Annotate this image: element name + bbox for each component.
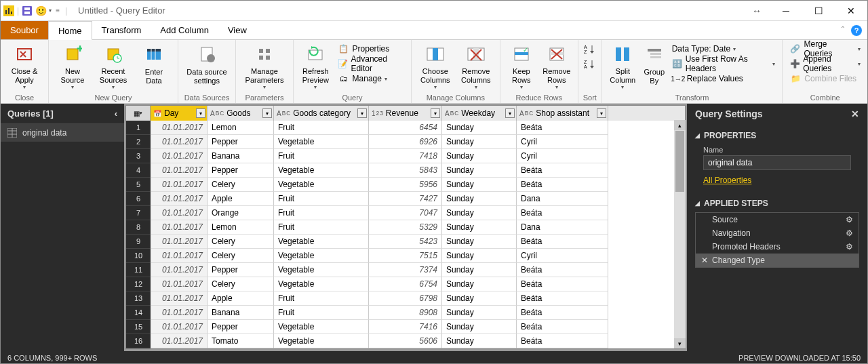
cell-category[interactable]: Fruit xyxy=(274,149,369,163)
minimize-button[interactable]: ─ xyxy=(772,1,800,20)
refresh-preview-button[interactable]: Refresh Preview▾ xyxy=(298,41,334,92)
cell-weekday[interactable]: Sunday xyxy=(442,263,517,277)
cell-day[interactable]: 01.01.2017 xyxy=(151,291,208,306)
qat-customize-icon[interactable]: ≡ xyxy=(56,7,60,14)
filter-dropdown-icon[interactable]: ▾ xyxy=(262,108,272,118)
cell-category[interactable]: Vegetable xyxy=(274,163,369,178)
tab-add-column[interactable]: Add Column xyxy=(151,21,218,39)
cell-day[interactable]: 01.01.2017 xyxy=(151,206,208,220)
table-row[interactable]: 1301.01.2017AppleFruit6798SundayBeáta xyxy=(126,291,685,306)
cell-day[interactable]: 01.01.2017 xyxy=(151,192,208,206)
cell-category[interactable]: Vegetable xyxy=(274,178,369,192)
table-row[interactable]: 1101.01.2017PepperVegetable7374SundayBeá… xyxy=(126,263,685,277)
cell-assistant[interactable]: Beáta xyxy=(517,320,608,334)
cell-assistant[interactable]: Beáta xyxy=(517,263,608,277)
sort-asc-button[interactable]: AZ xyxy=(583,41,597,56)
gear-icon[interactable]: ⚙ xyxy=(846,215,853,224)
table-row[interactable]: 101.01.2017LemonFruit6454SundayBeáta xyxy=(126,121,685,135)
cell-goods[interactable]: Banana xyxy=(208,306,274,320)
cell-weekday[interactable]: Sunday xyxy=(442,178,517,192)
close-settings-icon[interactable]: ✕ xyxy=(851,108,859,119)
step-item[interactable]: Source⚙ xyxy=(696,213,859,226)
gear-icon[interactable]: ⚙ xyxy=(846,242,853,251)
cell-revenue[interactable]: 6926 xyxy=(369,135,442,149)
append-queries-button[interactable]: ➕Append Queries ▾ xyxy=(787,56,863,71)
advanced-editor-button[interactable]: 📝Advanced Editor xyxy=(335,56,407,71)
cell-day[interactable]: 01.01.2017 xyxy=(151,178,208,192)
cell-day[interactable]: 01.01.2017 xyxy=(151,149,208,163)
cell-weekday[interactable]: Sunday xyxy=(442,306,517,320)
cell-weekday[interactable]: Sunday xyxy=(442,277,517,291)
cell-category[interactable]: Fruit xyxy=(274,220,369,235)
step-item[interactable]: Promoted Headers⚙ xyxy=(696,240,859,254)
maximize-button[interactable]: ☐ xyxy=(805,1,832,20)
cell-revenue[interactable]: 8908 xyxy=(369,306,442,320)
cell-category[interactable]: Fruit xyxy=(274,306,369,320)
cell-day[interactable]: 01.01.2017 xyxy=(151,320,208,334)
tab-home[interactable]: Home xyxy=(48,21,92,40)
cell-goods[interactable]: Pepper xyxy=(208,320,274,334)
applied-steps-header[interactable]: ◢APPLIED STEPS xyxy=(695,196,859,211)
cell-revenue[interactable]: 6798 xyxy=(369,291,442,306)
cell-weekday[interactable]: Sunday xyxy=(442,163,517,178)
collapse-ribbon-icon[interactable]: ˆ xyxy=(842,25,844,35)
all-properties-link[interactable]: All Properties xyxy=(695,170,751,188)
manage-button[interactable]: 🗂Manage ▾ xyxy=(335,71,407,86)
cell-revenue[interactable]: 7047 xyxy=(369,206,442,220)
cell-weekday[interactable]: Sunday xyxy=(442,235,517,249)
cell-category[interactable]: Vegetable xyxy=(274,249,369,263)
cell-assistant[interactable]: Beáta xyxy=(517,178,608,192)
table-row[interactable]: 901.01.2017CeleryVegetable5423SundayBeát… xyxy=(126,235,685,249)
query-name-input[interactable] xyxy=(703,155,851,170)
cell-goods[interactable]: Pepper xyxy=(208,263,274,277)
cell-category[interactable]: Fruit xyxy=(274,206,369,220)
cell-revenue[interactable]: 5423 xyxy=(369,235,442,249)
split-column-button[interactable]: Split Column▾ xyxy=(606,41,639,92)
gear-icon[interactable]: ⚙ xyxy=(846,228,853,238)
cell-assistant[interactable]: Beáta xyxy=(517,306,608,320)
cell-category[interactable]: Fruit xyxy=(274,291,369,306)
cell-goods[interactable]: Lemon xyxy=(208,121,274,135)
table-row[interactable]: 801.01.2017LemonFruit5329SundayDana xyxy=(126,220,685,235)
filter-dropdown-icon[interactable]: ▾ xyxy=(505,108,515,118)
manage-parameters-button[interactable]: Manage Parameters▾ xyxy=(240,41,289,92)
cell-revenue[interactable]: 6754 xyxy=(369,277,442,291)
cell-day[interactable]: 01.01.2017 xyxy=(151,306,208,320)
cell-day[interactable]: 01.01.2017 xyxy=(151,277,208,291)
tab-file[interactable]: Soubor xyxy=(1,21,48,39)
scroll-thumb[interactable] xyxy=(675,131,684,192)
cell-day[interactable]: 01.01.2017 xyxy=(151,163,208,178)
cell-assistant[interactable]: Beáta xyxy=(517,277,608,291)
table-row[interactable]: 1501.01.2017PepperVegetable7416SundayBeá… xyxy=(126,320,685,334)
cell-weekday[interactable]: Sunday xyxy=(442,135,517,149)
cell-revenue[interactable]: 5329 xyxy=(369,220,442,235)
tab-transform[interactable]: Transform xyxy=(92,21,151,39)
table-row[interactable]: 1401.01.2017BananaFruit8908SundayBeáta xyxy=(126,306,685,320)
cell-assistant[interactable]: Beáta xyxy=(517,291,608,306)
enter-data-button[interactable]: Enter Data xyxy=(134,41,174,87)
table-row[interactable]: 701.01.2017OrangeFruit7047SundayBeáta xyxy=(126,206,685,220)
cell-weekday[interactable]: Sunday xyxy=(442,206,517,220)
cell-category[interactable]: Vegetable xyxy=(274,320,369,334)
grid-corner[interactable]: ▦▾ xyxy=(126,106,151,121)
cell-goods[interactable]: Orange xyxy=(208,206,274,220)
cell-category[interactable]: Fruit xyxy=(274,121,369,135)
cell-goods[interactable]: Lemon xyxy=(208,220,274,235)
scroll-up-icon[interactable]: ▴ xyxy=(674,120,686,130)
column-header-category[interactable]: ABCGoods category▾ xyxy=(274,106,369,121)
cell-assistant[interactable]: Dana xyxy=(517,192,608,206)
cell-day[interactable]: 01.01.2017 xyxy=(151,220,208,235)
step-item[interactable]: Navigation⚙ xyxy=(696,226,859,240)
cell-revenue[interactable]: 7374 xyxy=(369,263,442,277)
cell-category[interactable]: Fruit xyxy=(274,192,369,206)
cell-category[interactable]: Vegetable xyxy=(274,135,369,149)
cell-day[interactable]: 01.01.2017 xyxy=(151,121,208,135)
filter-dropdown-icon[interactable]: ▾ xyxy=(597,108,606,118)
vertical-scrollbar[interactable]: ▴ ▾ xyxy=(674,120,686,348)
cell-revenue[interactable]: 5956 xyxy=(369,178,442,192)
scroll-down-icon[interactable]: ▾ xyxy=(674,338,686,348)
cell-weekday[interactable]: Sunday xyxy=(442,121,517,135)
filter-dropdown-icon[interactable]: ▾ xyxy=(357,108,367,118)
keep-rows-button[interactable]: ✓Keep Rows▾ xyxy=(505,41,538,92)
table-row[interactable]: 1201.01.2017CeleryVegetable6754SundayBeá… xyxy=(126,277,685,291)
